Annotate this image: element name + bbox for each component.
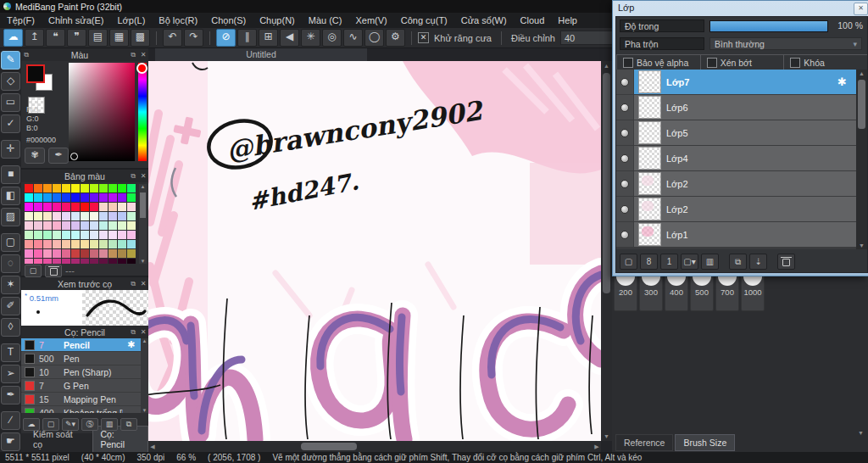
palette-swatch[interactable] — [53, 240, 61, 248]
menu-item[interactable]: Cửa sổ(W) — [454, 15, 514, 25]
menu-item[interactable]: Chọn(S) — [204, 15, 253, 25]
scroll-down-icon[interactable]: ▼ — [856, 243, 867, 248]
canvas-vertical-scrollbar[interactable]: ▲ ▼ — [601, 61, 612, 441]
palette-swatch[interactable] — [90, 249, 98, 258]
tool-button[interactable]: ✎ — [1, 51, 20, 70]
brush-tool-button[interactable]: ⧉ — [120, 418, 137, 431]
scroll-down-icon[interactable]: ▼ — [855, 430, 866, 436]
palette-swatch[interactable] — [43, 221, 52, 230]
palette-swatch[interactable] — [53, 221, 61, 230]
tool-button[interactable]: ✶ — [1, 276, 20, 294]
palette-swatch[interactable] — [127, 184, 136, 192]
layer-tool-button[interactable] — [777, 254, 795, 270]
layer-tool-button[interactable]: ▢ — [620, 254, 637, 270]
palette-swatch[interactable] — [108, 193, 117, 202]
palette-swatch[interactable] — [127, 212, 136, 220]
menu-item[interactable]: Màu (C) — [302, 15, 349, 25]
checkbox[interactable] — [623, 58, 633, 68]
palette-swatch[interactable] — [34, 203, 42, 211]
layer-settings-icon[interactable]: ✱ — [837, 75, 856, 88]
brush-list-item[interactable]: 7 Pencil ✱ — [21, 338, 141, 352]
layer-option[interactable]: Khóa — [783, 55, 867, 70]
toolbar-icon[interactable]: ▦ — [109, 29, 129, 47]
brush-list-item[interactable]: 10 Pen (Sharp) — [21, 365, 141, 379]
palette-swatch[interactable] — [99, 203, 108, 211]
palette-swatch[interactable] — [90, 212, 98, 220]
palette-swatch[interactable] — [34, 240, 42, 248]
layer-option[interactable]: Xén bớt — [700, 55, 784, 70]
palette-swatch[interactable] — [62, 240, 70, 248]
layer-visibility-toggle[interactable] — [616, 171, 634, 196]
palette-swatch[interactable] — [62, 193, 70, 202]
blend-dropdown[interactable]: Bình thường ▾ — [709, 37, 862, 50]
palette-swatch[interactable] — [43, 203, 52, 211]
palette-swatch[interactable] — [127, 221, 136, 230]
palette-swatch[interactable] — [71, 221, 80, 230]
snap-icon[interactable]: ⊞ — [259, 29, 278, 47]
popout-icon[interactable]: ⧉ — [128, 280, 138, 288]
palette-swatch[interactable] — [53, 184, 61, 192]
tool-button[interactable]: ✛ — [1, 140, 20, 159]
palette-swatch[interactable] — [71, 212, 80, 220]
layer-row[interactable]: Lớp7 ✱ — [616, 70, 856, 95]
palette-swatch[interactable] — [25, 184, 33, 192]
palette-swatch[interactable] — [108, 221, 117, 230]
palette-swatch[interactable] — [118, 193, 126, 202]
history-icon[interactable]: ↶ — [163, 29, 182, 47]
palette-swatch[interactable] — [81, 231, 89, 239]
canvas-horizontal-scrollbar[interactable]: ◀ ▶ — [148, 441, 601, 452]
palette-scrollbar[interactable]: ▲ ▼ — [139, 184, 147, 264]
palette-swatch[interactable] — [90, 184, 98, 192]
palette-swatch[interactable] — [62, 221, 70, 230]
toolbar-icon[interactable]: ☁ — [3, 29, 23, 47]
palette-swatch[interactable] — [127, 240, 136, 248]
palette-swatch[interactable] — [62, 212, 70, 220]
layer-visibility-toggle[interactable] — [616, 222, 634, 247]
palette-swatch[interactable] — [99, 193, 108, 202]
brush-tool-button[interactable]: ✎▾ — [62, 418, 79, 431]
color-mode-button[interactable]: ✒ — [48, 148, 69, 164]
tool-button[interactable]: ☛ — [1, 432, 20, 451]
scroll-left-icon[interactable]: ◀ — [148, 443, 157, 450]
palette-swatch[interactable] — [108, 184, 117, 192]
menu-item[interactable]: Chụp(N) — [253, 15, 302, 25]
canvas[interactable]: @brawncony2902 #hd247. — [148, 61, 601, 441]
palette-swatch[interactable] — [108, 249, 117, 258]
palette-swatch[interactable] — [81, 249, 89, 258]
color-mode-button[interactable]: ✾ — [25, 148, 45, 164]
palette-swatch[interactable] — [90, 221, 98, 230]
palette-swatch[interactable] — [25, 193, 33, 202]
palette-swatch[interactable] — [25, 249, 33, 258]
menu-item[interactable]: Tệp(F) — [0, 15, 42, 25]
palette-swatch[interactable] — [81, 184, 89, 192]
brush-tool-button[interactable]: ▢ — [42, 418, 59, 431]
layer-tool-button[interactable]: ▢▾ — [681, 254, 698, 270]
palette-swatch[interactable] — [118, 203, 126, 211]
palette-swatch[interactable] — [90, 231, 98, 239]
palette-swatch[interactable] — [71, 240, 80, 248]
palette-swatch[interactable] — [43, 231, 52, 239]
brush-list-item[interactable]: 400 Khoảng trống [Edge — [21, 406, 141, 413]
toolbar-icon[interactable]: ▩ — [131, 29, 150, 47]
palette-swatch[interactable] — [81, 221, 89, 230]
snap-icon[interactable]: ∿ — [343, 29, 363, 47]
layer-tool-button[interactable]: ▥ — [701, 254, 719, 270]
layer-option[interactable]: Bảo vệ alpha — [616, 55, 700, 70]
palette-swatch[interactable] — [71, 231, 80, 239]
tool-button[interactable]: ◌ — [1, 254, 20, 273]
palette-swatch[interactable] — [108, 203, 117, 211]
toolbar-icon[interactable]: ❝ — [46, 29, 65, 47]
tool-button[interactable]: ✐ — [1, 297, 20, 315]
toolbar-icon[interactable]: ❞ — [67, 29, 86, 47]
layer-visibility-toggle[interactable] — [616, 146, 634, 170]
palette-swatch[interactable] — [34, 184, 42, 192]
palette-swatch[interactable] — [108, 212, 117, 220]
menu-item[interactable]: Bộ lọc(R) — [152, 15, 204, 25]
palette-swatch[interactable] — [43, 184, 52, 192]
palette-swatch[interactable] — [53, 231, 61, 239]
scroll-up-icon[interactable]: ▲ — [139, 184, 147, 189]
close-icon[interactable]: ✕ — [138, 172, 148, 180]
palette-swatch[interactable] — [81, 203, 89, 211]
palette-swatch[interactable] — [127, 249, 136, 258]
brush-tool-button[interactable]: Ⓢ — [81, 418, 98, 431]
